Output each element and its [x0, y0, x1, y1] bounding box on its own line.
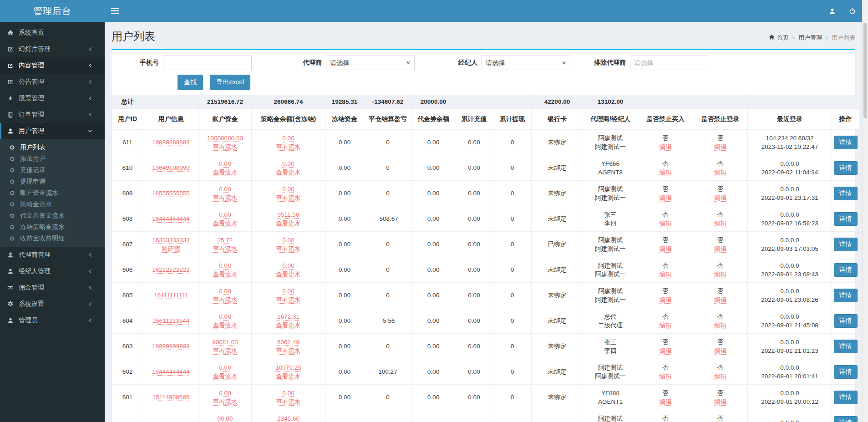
account-balance-link[interactable]: 0.00 — [219, 186, 231, 193]
view-flow-link[interactable]: 查看流水 — [213, 245, 238, 252]
agent-select[interactable]: 请选择 — [326, 56, 415, 70]
logout-button[interactable] — [842, 0, 862, 22]
sidebar-subitem[interactable]: 账户资金流水 — [0, 187, 105, 198]
view-flow-link[interactable]: 查看流水 — [276, 169, 301, 176]
detail-button[interactable]: 详情 — [834, 416, 858, 422]
edit-ban-login-link[interactable]: 编辑 — [714, 143, 726, 150]
edit-ban-login-link[interactable]: 编辑 — [714, 169, 726, 176]
edit-ban-buy-link[interactable]: 编辑 — [660, 322, 672, 329]
sidebar-subitem[interactable]: 提现申请 — [0, 176, 105, 187]
phone-link[interactable]: 15114908595 — [152, 394, 190, 401]
sidebar-item[interactable]: 代理商管理 — [0, 247, 105, 263]
account-balance-link[interactable]: 90.00 — [218, 415, 233, 422]
account-balance-link[interactable]: 0.00 — [219, 211, 231, 218]
edit-ban-login-link[interactable]: 编辑 — [714, 373, 726, 380]
view-flow-link[interactable]: 查看流水 — [213, 322, 238, 329]
search-button[interactable]: 查找 — [178, 75, 203, 90]
account-balance-link[interactable]: 0.00 — [219, 364, 231, 371]
sidebar-subitem[interactable]: 冻结策略金流水 — [0, 221, 105, 233]
account-balance-link[interactable]: 0.00 — [219, 262, 231, 269]
strategy-balance-link[interactable]: 10070.25 — [275, 364, 301, 371]
detail-button[interactable]: 详情 — [834, 136, 858, 149]
sidebar-item[interactable]: 公告管理 — [0, 74, 105, 90]
phone-link[interactable]: 19888888888 — [152, 139, 190, 146]
detail-button[interactable]: 详情 — [834, 365, 858, 379]
scrollbar-thumb[interactable] — [863, 23, 867, 118]
detail-button[interactable]: 详情 — [834, 238, 858, 251]
account-balance-link[interactable]: 0.00 — [219, 390, 231, 397]
phone-link[interactable]: 16222222222 — [152, 266, 190, 273]
export-excel-button[interactable]: 导出excel — [210, 75, 250, 90]
view-flow-link[interactable]: 查看流水 — [276, 143, 301, 150]
broker-select[interactable]: 请选择 — [482, 56, 570, 70]
strategy-balance-link[interactable]: 0.00 — [282, 288, 294, 295]
edit-ban-login-link[interactable]: 编辑 — [714, 296, 726, 303]
edit-ban-login-link[interactable]: 编辑 — [714, 220, 726, 227]
detail-button[interactable]: 详情 — [834, 289, 858, 302]
edit-ban-buy-link[interactable]: 编辑 — [660, 398, 672, 405]
view-flow-link[interactable]: 查看流水 — [213, 271, 238, 278]
sidebar-item[interactable]: 系统首页 — [0, 25, 105, 41]
sidebar-subitem[interactable]: 策略金流水 — [0, 198, 105, 210]
detail-button[interactable]: 详情 — [834, 340, 858, 353]
sidebar-subitem[interactable]: 收益宝收益明细 — [0, 233, 105, 244]
view-flow-link[interactable]: 查看流水 — [213, 296, 238, 303]
account-balance-link[interactable]: 25.72 — [218, 237, 233, 244]
sidebar-item[interactable]: 系统设置 — [0, 296, 105, 312]
detail-button[interactable]: 详情 — [834, 187, 858, 200]
sidebar-item[interactable]: 管理员 — [0, 312, 105, 329]
view-flow-link[interactable]: 查看流水 — [213, 220, 238, 227]
phone-link[interactable]: 16111111111 — [154, 292, 188, 299]
account-balance-link[interactable]: 0.00 — [219, 313, 231, 320]
strategy-balance-link[interactable]: 0.00 — [282, 186, 294, 193]
phone-link[interactable]: 13649108999 — [152, 164, 190, 171]
sidebar-item[interactable]: 内容管理 — [0, 57, 105, 74]
phone-link[interactable]: 15611223344 — [152, 317, 190, 324]
account-balance-link[interactable]: 0.00 — [219, 288, 231, 295]
phone-link[interactable]: 16333333333 — [152, 237, 190, 244]
strategy-balance-link[interactable]: 0.00 — [282, 390, 294, 397]
edit-ban-buy-link[interactable]: 编辑 — [660, 169, 672, 176]
sidebar-subitem[interactable]: 代金券资金流水 — [0, 210, 105, 221]
strategy-balance-link[interactable]: 6062.49 — [277, 339, 299, 346]
detail-button[interactable]: 详情 — [834, 161, 858, 175]
view-flow-link[interactable]: 查看流水 — [213, 398, 238, 405]
hamburger-button[interactable] — [105, 0, 126, 22]
breadcrumb-link[interactable]: 用户管理 — [798, 34, 822, 42]
view-flow-link[interactable]: 查看流水 — [276, 373, 301, 380]
view-flow-link[interactable]: 查看流水 — [276, 322, 301, 329]
account-balance-link[interactable]: 10000000.00 — [207, 135, 243, 142]
sidebar-item[interactable]: 用户管理 — [0, 123, 105, 139]
detail-button[interactable]: 详情 — [834, 263, 858, 277]
strategy-balance-link[interactable]: 9511.56 — [278, 211, 299, 218]
sidebar-subitem[interactable]: 添加用户 — [0, 153, 105, 164]
view-flow-link[interactable]: 查看流水 — [213, 194, 238, 201]
edit-ban-login-link[interactable]: 编辑 — [714, 194, 726, 201]
view-flow-link[interactable]: 查看流水 — [213, 143, 238, 150]
edit-ban-buy-link[interactable]: 编辑 — [660, 271, 672, 278]
sidebar-item[interactable]: 幻灯片管理 — [0, 41, 105, 57]
phone-link[interactable]: 18999999999 — [152, 343, 190, 350]
edit-ban-buy-link[interactable]: 编辑 — [660, 245, 672, 252]
strategy-balance-link[interactable]: 2345.60 — [277, 415, 299, 422]
edit-ban-login-link[interactable]: 编辑 — [714, 398, 726, 405]
edit-ban-login-link[interactable]: 编辑 — [714, 347, 726, 354]
edit-ban-buy-link[interactable]: 编辑 — [660, 296, 672, 303]
edit-ban-login-link[interactable]: 编辑 — [714, 322, 726, 329]
edit-ban-buy-link[interactable]: 编辑 — [660, 194, 672, 201]
view-flow-link[interactable]: 查看流水 — [213, 373, 238, 380]
sidebar-item[interactable]: 经纪人管理 — [0, 263, 105, 280]
strategy-balance-link[interactable]: 1672.31 — [277, 313, 299, 320]
view-flow-link[interactable]: 查看流水 — [276, 220, 301, 227]
sidebar-item[interactable]: 订单管理 — [0, 107, 105, 123]
view-flow-link[interactable]: 查看流水 — [276, 194, 301, 201]
edit-ban-buy-link[interactable]: 编辑 — [660, 143, 672, 150]
phone-link[interactable]: 16555555555 — [152, 190, 190, 197]
strategy-balance-link[interactable]: 0.00 — [282, 262, 294, 269]
scrollbar[interactable] — [862, 0, 868, 422]
realname-link[interactable]: 阿萨德 — [162, 245, 180, 252]
strategy-balance-link[interactable]: 0.00 — [282, 135, 294, 142]
edit-ban-login-link[interactable]: 编辑 — [714, 245, 726, 252]
edit-ban-buy-link[interactable]: 编辑 — [660, 220, 672, 227]
view-flow-link[interactable]: 查看流水 — [276, 398, 301, 405]
